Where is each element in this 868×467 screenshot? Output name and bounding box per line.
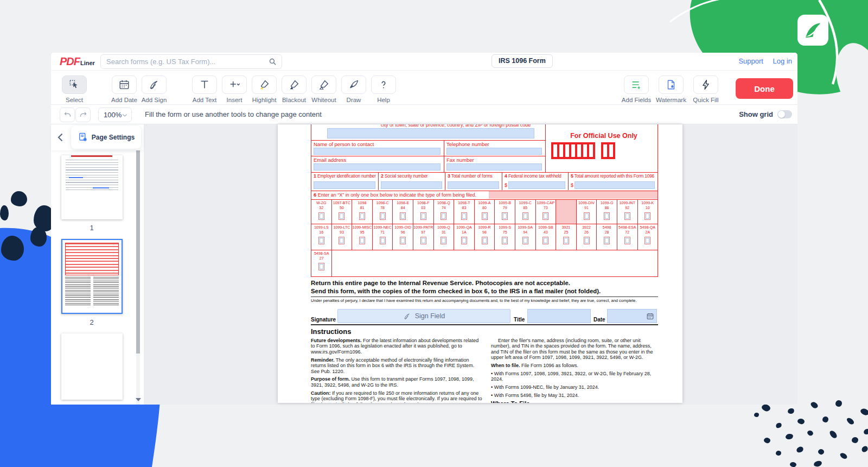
checkbox-1098-c[interactable] <box>380 212 386 220</box>
checkbox-1098-f[interactable] <box>420 212 426 220</box>
checkbox-1099-oid[interactable] <box>400 237 406 244</box>
page-settings-button[interactable]: Page Settings <box>71 126 141 149</box>
checkbox-1099-k[interactable] <box>644 212 650 220</box>
type-code: 84 <box>393 206 413 211</box>
tool-add-date[interactable]: Add Date <box>111 75 138 103</box>
type-grid-row: 5498-SA27 <box>311 250 658 277</box>
type-name: 1099-INT <box>617 201 637 206</box>
zoom-level-value: 100% <box>104 111 122 119</box>
checkbox-1099-cap[interactable] <box>542 212 548 220</box>
speck-dot <box>846 416 855 426</box>
checkbox-1099-int[interactable] <box>624 212 630 220</box>
page-thumbnail-2[interactable] <box>61 239 123 314</box>
done-button[interactable]: Done <box>736 78 793 99</box>
checkbox-1099-qa[interactable] <box>461 237 467 244</box>
checkbox-1099-b[interactable] <box>502 212 508 220</box>
checkbox-1099-a[interactable] <box>482 212 488 220</box>
checkbox-w-2g[interactable] <box>318 212 324 220</box>
title-field[interactable] <box>527 309 591 323</box>
tool-blackout[interactable]: Blackout <box>280 75 308 103</box>
fax-field[interactable] <box>446 163 542 171</box>
contact-name-label: Name of person to contact <box>314 141 374 147</box>
pdfliner-logo[interactable]: PDFLiner <box>60 55 95 68</box>
search-input[interactable] <box>106 55 264 68</box>
date-label: Date <box>593 317 605 323</box>
checkbox-5498-esa[interactable] <box>624 237 630 244</box>
type-name: 1099-K <box>638 201 658 206</box>
type-code: 43 <box>536 230 556 235</box>
telephone-field[interactable] <box>446 148 542 155</box>
field-2-input[interactable] <box>381 181 442 189</box>
tool-highlight[interactable]: Highlight <box>251 75 278 103</box>
speck-dot <box>809 401 819 409</box>
date-field[interactable] <box>607 309 657 323</box>
checkbox-1099-nec[interactable] <box>380 237 386 244</box>
logo-pdf-text: PDF <box>60 55 80 67</box>
tool-label: Quick Fill <box>690 97 722 103</box>
tool-add-fields[interactable]: Add Fields <box>621 75 652 103</box>
checkbox-1099-patr[interactable] <box>420 237 426 244</box>
field-4-input[interactable] <box>508 181 565 189</box>
tool-insert[interactable]: Insert <box>221 75 248 103</box>
tool-draw[interactable]: Draw <box>340 75 367 103</box>
address-field[interactable] <box>327 128 534 138</box>
header-links: Support Log in <box>731 57 792 65</box>
checkbox-1099-ls[interactable] <box>318 237 324 244</box>
checkbox-1099-ltc[interactable] <box>339 237 344 244</box>
scroll-down-arrow[interactable] <box>136 398 141 401</box>
checkbox-1098-q[interactable] <box>441 212 446 220</box>
tool-watermark[interactable]: Watermark <box>655 75 687 103</box>
type-cell-1098-q: 1098-Q74 <box>434 200 455 224</box>
redo-button[interactable] <box>75 108 91 122</box>
tool-add-sign[interactable]: Add Sign <box>141 75 168 103</box>
search-icon[interactable] <box>268 57 277 66</box>
screen: PDFLiner IRS 1096 Form Support Log in Se… <box>0 0 868 467</box>
checkbox-1099-r[interactable] <box>482 237 488 244</box>
undo-button[interactable] <box>60 108 75 122</box>
contact-name-field[interactable] <box>314 148 441 155</box>
support-link[interactable]: Support <box>738 57 763 65</box>
tool-label: Add Fields <box>621 97 652 103</box>
checkbox-1097-btc[interactable] <box>339 212 344 220</box>
field-1-input[interactable] <box>314 181 375 189</box>
field-5-input[interactable] <box>575 181 655 189</box>
checkbox-1098-t[interactable] <box>461 212 467 220</box>
tool-add-text[interactable]: Add Text <box>191 75 218 103</box>
checkbox-1099-sa[interactable] <box>522 237 528 244</box>
instructions-subheading: Where To File <box>491 401 659 403</box>
tool-whiteout[interactable]: Whiteout <box>310 75 337 103</box>
speck-dot <box>785 433 794 440</box>
checkbox-1099-q[interactable] <box>441 237 446 244</box>
document-title-badge[interactable]: IRS 1096 Form <box>492 54 553 68</box>
email-field[interactable] <box>314 163 441 171</box>
checkbox-3922[interactable] <box>584 237 590 244</box>
checkbox-1099-g[interactable] <box>604 212 610 220</box>
checkbox-1099-div[interactable] <box>584 212 590 220</box>
tool-quick-fill[interactable]: Quick Fill <box>690 75 722 103</box>
login-link[interactable]: Log in <box>773 57 792 65</box>
speck-dot <box>797 418 805 425</box>
field-3-input[interactable] <box>448 181 499 189</box>
checkbox-1099-s[interactable] <box>502 237 508 244</box>
show-grid-toggle[interactable] <box>777 110 792 118</box>
checkbox-5498-sa[interactable] <box>318 263 324 270</box>
checkbox-5498[interactable] <box>604 237 610 244</box>
toggle-knob <box>778 111 785 118</box>
sign-field-button[interactable]: Sign Field <box>337 309 510 323</box>
zoom-level-select[interactable]: 100% <box>98 108 132 122</box>
checkbox-1098-e[interactable] <box>400 212 406 220</box>
type-code: 74 <box>434 206 454 211</box>
checkbox-1099-sb[interactable] <box>542 237 548 244</box>
page-thumbnail-3[interactable] <box>61 333 123 400</box>
page-thumbnail-1[interactable] <box>61 155 123 219</box>
checkbox-3921[interactable] <box>563 237 569 244</box>
checkbox-1099-c[interactable] <box>522 212 528 220</box>
tool-select[interactable]: Select <box>61 75 88 103</box>
checkbox-1098[interactable] <box>359 212 365 220</box>
tool-help[interactable]: Help <box>370 75 397 103</box>
collapse-sidebar-icon[interactable] <box>54 131 67 144</box>
type-cell-1098-e: 1098-E84 <box>393 200 413 224</box>
checkbox-1099-misc[interactable] <box>359 237 365 244</box>
checkbox-5498-qa[interactable] <box>644 237 650 244</box>
sidebar-scrollbar-thumb[interactable] <box>136 136 140 354</box>
